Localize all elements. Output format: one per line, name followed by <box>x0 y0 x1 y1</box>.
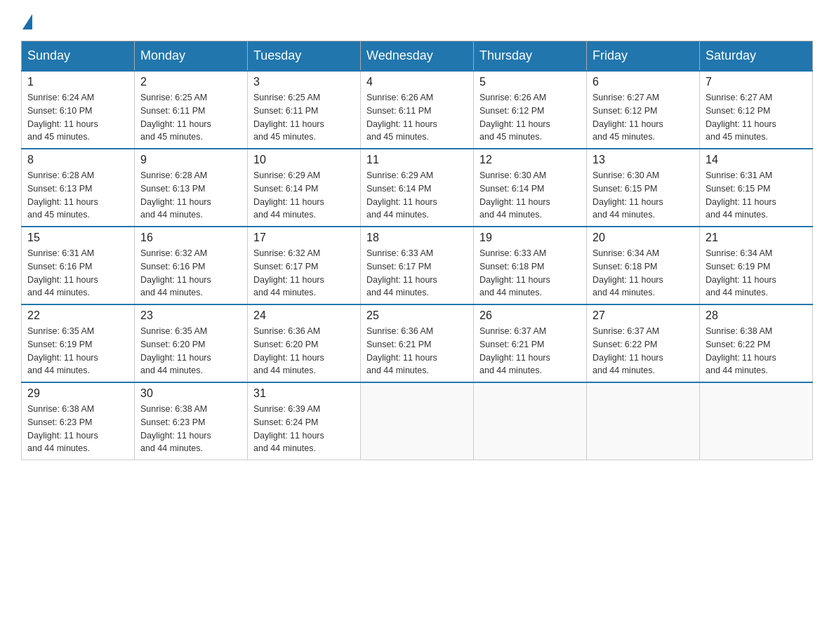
day-info: Sunrise: 6:31 AMSunset: 6:16 PMDaylight:… <box>27 247 128 300</box>
day-number: 29 <box>27 387 128 400</box>
day-number: 19 <box>479 232 581 244</box>
day-number: 16 <box>140 232 241 244</box>
column-header-saturday: Saturday <box>700 41 813 72</box>
day-info: Sunrise: 6:38 AMSunset: 6:23 PMDaylight:… <box>27 403 128 455</box>
day-number: 3 <box>253 76 355 88</box>
day-info: Sunrise: 6:38 AMSunset: 6:22 PMDaylight:… <box>706 325 807 377</box>
column-header-friday: Friday <box>587 41 700 72</box>
logo-left <box>21 14 32 27</box>
calendar-cell: 11Sunrise: 6:29 AMSunset: 6:14 PMDayligh… <box>361 149 474 227</box>
week-row-5: 29Sunrise: 6:38 AMSunset: 6:23 PMDayligh… <box>22 382 813 460</box>
calendar-cell: 6Sunrise: 6:27 AMSunset: 6:12 PMDaylight… <box>587 71 700 149</box>
day-number: 25 <box>366 309 468 322</box>
column-header-monday: Monday <box>135 41 248 72</box>
day-info: Sunrise: 6:32 AMSunset: 6:16 PMDaylight:… <box>140 247 241 300</box>
day-info: Sunrise: 6:33 AMSunset: 6:17 PMDaylight:… <box>366 247 468 300</box>
column-header-sunday: Sunday <box>22 41 135 72</box>
calendar-cell: 5Sunrise: 6:26 AMSunset: 6:12 PMDaylight… <box>474 71 587 149</box>
week-row-3: 15Sunrise: 6:31 AMSunset: 6:16 PMDayligh… <box>22 227 813 304</box>
week-row-4: 22Sunrise: 6:35 AMSunset: 6:19 PMDayligh… <box>22 304 813 382</box>
day-number: 20 <box>593 232 694 244</box>
calendar-cell: 29Sunrise: 6:38 AMSunset: 6:23 PMDayligh… <box>22 382 135 460</box>
day-info: Sunrise: 6:29 AMSunset: 6:14 PMDaylight:… <box>253 169 355 222</box>
calendar-cell: 26Sunrise: 6:37 AMSunset: 6:21 PMDayligh… <box>474 304 587 382</box>
logo-top-row <box>21 14 32 29</box>
day-info: Sunrise: 6:34 AMSunset: 6:19 PMDaylight:… <box>706 247 807 300</box>
day-number: 1 <box>27 76 128 88</box>
day-info: Sunrise: 6:39 AMSunset: 6:24 PMDaylight:… <box>253 403 355 455</box>
calendar-cell: 9Sunrise: 6:28 AMSunset: 6:13 PMDaylight… <box>135 149 248 227</box>
day-number: 5 <box>479 76 581 88</box>
day-number: 13 <box>593 154 694 166</box>
week-row-1: 1Sunrise: 6:24 AMSunset: 6:10 PMDaylight… <box>22 71 813 149</box>
calendar-cell: 30Sunrise: 6:38 AMSunset: 6:23 PMDayligh… <box>135 382 248 460</box>
day-number: 30 <box>140 387 241 400</box>
calendar-cell: 8Sunrise: 6:28 AMSunset: 6:13 PMDaylight… <box>22 149 135 227</box>
calendar-cell: 15Sunrise: 6:31 AMSunset: 6:16 PMDayligh… <box>22 227 135 304</box>
calendar-table: SundayMondayTuesdayWednesdayThursdayFrid… <box>21 41 813 460</box>
day-number: 18 <box>366 232 468 244</box>
day-info: Sunrise: 6:35 AMSunset: 6:20 PMDaylight:… <box>140 325 241 377</box>
day-number: 22 <box>27 309 128 322</box>
calendar-cell: 3Sunrise: 6:25 AMSunset: 6:11 PMDaylight… <box>248 71 361 149</box>
calendar-cell: 14Sunrise: 6:31 AMSunset: 6:15 PMDayligh… <box>700 149 813 227</box>
calendar-cell: 10Sunrise: 6:29 AMSunset: 6:14 PMDayligh… <box>248 149 361 227</box>
calendar-cell: 21Sunrise: 6:34 AMSunset: 6:19 PMDayligh… <box>700 227 813 304</box>
calendar-cell: 25Sunrise: 6:36 AMSunset: 6:21 PMDayligh… <box>361 304 474 382</box>
day-info: Sunrise: 6:28 AMSunset: 6:13 PMDaylight:… <box>140 169 241 222</box>
day-number: 21 <box>706 232 807 244</box>
day-number: 28 <box>706 309 807 322</box>
day-number: 7 <box>706 76 807 88</box>
day-number: 14 <box>706 154 807 166</box>
calendar-cell: 18Sunrise: 6:33 AMSunset: 6:17 PMDayligh… <box>361 227 474 304</box>
calendar-cell: 31Sunrise: 6:39 AMSunset: 6:24 PMDayligh… <box>248 382 361 460</box>
day-number: 11 <box>366 154 468 166</box>
day-info: Sunrise: 6:25 AMSunset: 6:11 PMDaylight:… <box>253 91 355 144</box>
logo-triangle-icon <box>22 14 32 29</box>
day-info: Sunrise: 6:26 AMSunset: 6:12 PMDaylight:… <box>479 91 581 144</box>
day-info: Sunrise: 6:30 AMSunset: 6:15 PMDaylight:… <box>593 169 694 222</box>
day-number: 8 <box>27 154 128 166</box>
calendar-cell: 19Sunrise: 6:33 AMSunset: 6:18 PMDayligh… <box>474 227 587 304</box>
day-info: Sunrise: 6:34 AMSunset: 6:18 PMDaylight:… <box>593 247 694 300</box>
calendar-cell: 23Sunrise: 6:35 AMSunset: 6:20 PMDayligh… <box>135 304 248 382</box>
column-header-thursday: Thursday <box>474 41 587 72</box>
calendar-cell: 7Sunrise: 6:27 AMSunset: 6:12 PMDaylight… <box>700 71 813 149</box>
calendar-cell: 17Sunrise: 6:32 AMSunset: 6:17 PMDayligh… <box>248 227 361 304</box>
day-info: Sunrise: 6:33 AMSunset: 6:18 PMDaylight:… <box>479 247 581 300</box>
day-info: Sunrise: 6:36 AMSunset: 6:20 PMDaylight:… <box>253 325 355 377</box>
day-info: Sunrise: 6:36 AMSunset: 6:21 PMDaylight:… <box>366 325 468 377</box>
day-info: Sunrise: 6:25 AMSunset: 6:11 PMDaylight:… <box>140 91 241 144</box>
logo <box>21 14 32 27</box>
day-info: Sunrise: 6:35 AMSunset: 6:19 PMDaylight:… <box>27 325 128 377</box>
day-info: Sunrise: 6:31 AMSunset: 6:15 PMDaylight:… <box>706 169 807 222</box>
day-info: Sunrise: 6:29 AMSunset: 6:14 PMDaylight:… <box>366 169 468 222</box>
calendar-cell: 1Sunrise: 6:24 AMSunset: 6:10 PMDaylight… <box>22 71 135 149</box>
calendar-cell: 16Sunrise: 6:32 AMSunset: 6:16 PMDayligh… <box>135 227 248 304</box>
calendar-cell <box>700 382 813 460</box>
day-number: 15 <box>27 232 128 244</box>
calendar-cell: 12Sunrise: 6:30 AMSunset: 6:14 PMDayligh… <box>474 149 587 227</box>
calendar-cell: 27Sunrise: 6:37 AMSunset: 6:22 PMDayligh… <box>587 304 700 382</box>
calendar-cell: 4Sunrise: 6:26 AMSunset: 6:11 PMDaylight… <box>361 71 474 149</box>
day-info: Sunrise: 6:37 AMSunset: 6:21 PMDaylight:… <box>479 325 581 377</box>
day-number: 2 <box>140 76 241 88</box>
week-row-2: 8Sunrise: 6:28 AMSunset: 6:13 PMDaylight… <box>22 149 813 227</box>
day-number: 12 <box>479 154 581 166</box>
day-number: 23 <box>140 309 241 322</box>
day-number: 10 <box>253 154 355 166</box>
day-info: Sunrise: 6:27 AMSunset: 6:12 PMDaylight:… <box>593 91 694 144</box>
calendar-cell: 20Sunrise: 6:34 AMSunset: 6:18 PMDayligh… <box>587 227 700 304</box>
page-header <box>21 14 813 27</box>
day-info: Sunrise: 6:32 AMSunset: 6:17 PMDaylight:… <box>253 247 355 300</box>
day-number: 17 <box>253 232 355 244</box>
day-info: Sunrise: 6:26 AMSunset: 6:11 PMDaylight:… <box>366 91 468 144</box>
calendar-cell <box>474 382 587 460</box>
day-number: 6 <box>593 76 694 88</box>
column-header-wednesday: Wednesday <box>361 41 474 72</box>
day-number: 31 <box>253 387 355 400</box>
day-info: Sunrise: 6:24 AMSunset: 6:10 PMDaylight:… <box>27 91 128 144</box>
calendar-cell: 13Sunrise: 6:30 AMSunset: 6:15 PMDayligh… <box>587 149 700 227</box>
day-number: 27 <box>593 309 694 322</box>
calendar-cell: 2Sunrise: 6:25 AMSunset: 6:11 PMDaylight… <box>135 71 248 149</box>
